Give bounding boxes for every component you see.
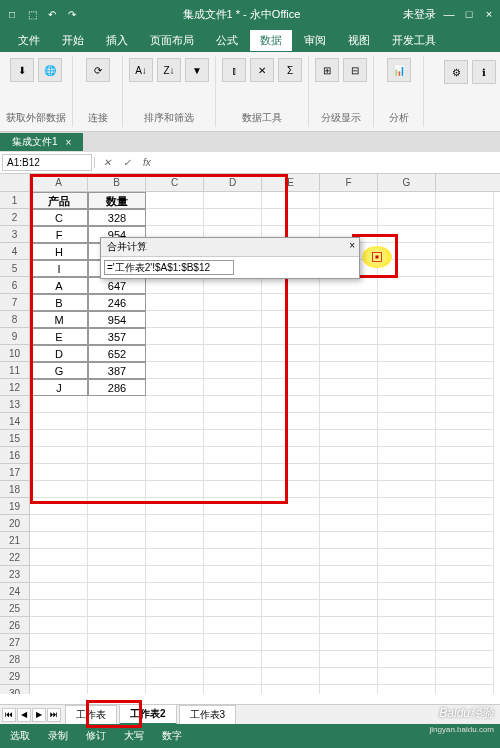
cell[interactable] bbox=[146, 396, 204, 413]
text-to-columns-button[interactable]: ⫿ bbox=[222, 58, 246, 82]
cell[interactable] bbox=[436, 515, 494, 532]
cell[interactable] bbox=[146, 447, 204, 464]
sort-desc-button[interactable]: Z↓ bbox=[157, 58, 181, 82]
cell[interactable] bbox=[378, 532, 436, 549]
cell[interactable] bbox=[146, 600, 204, 617]
cell[interactable] bbox=[320, 617, 378, 634]
cell[interactable] bbox=[320, 430, 378, 447]
cell[interactable] bbox=[378, 549, 436, 566]
cell[interactable]: M bbox=[30, 311, 88, 328]
cell[interactable] bbox=[320, 481, 378, 498]
cell[interactable] bbox=[320, 651, 378, 668]
cell[interactable] bbox=[262, 634, 320, 651]
cell[interactable] bbox=[262, 430, 320, 447]
cell[interactable]: G bbox=[30, 362, 88, 379]
tab-review[interactable]: 审阅 bbox=[294, 30, 336, 51]
sort-asc-button[interactable]: A↓ bbox=[129, 58, 153, 82]
cell[interactable] bbox=[146, 464, 204, 481]
cell[interactable] bbox=[146, 192, 204, 209]
cell[interactable] bbox=[436, 481, 494, 498]
cell[interactable] bbox=[436, 311, 494, 328]
cell[interactable] bbox=[378, 430, 436, 447]
cell[interactable] bbox=[436, 617, 494, 634]
cell[interactable] bbox=[204, 515, 262, 532]
refresh-all-button[interactable]: ⟳ bbox=[86, 58, 110, 82]
cell[interactable] bbox=[146, 345, 204, 362]
cell[interactable] bbox=[30, 498, 88, 515]
cell[interactable] bbox=[436, 498, 494, 515]
sheet-tab[interactable]: 工作表 bbox=[65, 705, 117, 725]
cell[interactable] bbox=[88, 464, 146, 481]
cell[interactable] bbox=[436, 651, 494, 668]
cell[interactable]: D bbox=[30, 345, 88, 362]
cell[interactable]: 357 bbox=[88, 328, 146, 345]
cell[interactable] bbox=[146, 328, 204, 345]
row-header[interactable]: 15 bbox=[0, 430, 30, 447]
close-tab-icon[interactable]: × bbox=[66, 137, 72, 148]
row-header[interactable]: 29 bbox=[0, 668, 30, 685]
cell[interactable] bbox=[146, 311, 204, 328]
cell[interactable] bbox=[146, 209, 204, 226]
cell[interactable]: 246 bbox=[88, 294, 146, 311]
cell[interactable] bbox=[88, 532, 146, 549]
cell[interactable] bbox=[88, 481, 146, 498]
cell[interactable] bbox=[320, 362, 378, 379]
cell[interactable] bbox=[88, 498, 146, 515]
cell[interactable] bbox=[146, 668, 204, 685]
cell[interactable] bbox=[436, 362, 494, 379]
tab-dev[interactable]: 开发工具 bbox=[382, 30, 446, 51]
cell[interactable] bbox=[320, 396, 378, 413]
cell[interactable] bbox=[436, 549, 494, 566]
cell[interactable] bbox=[30, 600, 88, 617]
cell[interactable] bbox=[320, 277, 378, 294]
cell[interactable] bbox=[204, 192, 262, 209]
cell[interactable] bbox=[436, 226, 494, 243]
cell[interactable] bbox=[204, 311, 262, 328]
cell[interactable] bbox=[146, 362, 204, 379]
cell[interactable] bbox=[204, 396, 262, 413]
cell[interactable] bbox=[146, 430, 204, 447]
spreadsheet-grid[interactable]: A B C D E F G 1产品数量2C3283F9544H65I56A647… bbox=[0, 174, 500, 694]
cell[interactable] bbox=[378, 464, 436, 481]
cell[interactable] bbox=[204, 617, 262, 634]
cell[interactable] bbox=[320, 549, 378, 566]
cell[interactable] bbox=[378, 685, 436, 694]
cell[interactable] bbox=[378, 583, 436, 600]
cell[interactable] bbox=[204, 566, 262, 583]
cell[interactable] bbox=[320, 192, 378, 209]
cell[interactable]: 286 bbox=[88, 379, 146, 396]
cell[interactable] bbox=[262, 481, 320, 498]
cell[interactable] bbox=[436, 634, 494, 651]
cell[interactable] bbox=[30, 583, 88, 600]
close-icon[interactable]: × bbox=[482, 7, 496, 21]
cell[interactable] bbox=[204, 532, 262, 549]
cell[interactable] bbox=[436, 277, 494, 294]
row-header[interactable]: 24 bbox=[0, 583, 30, 600]
cell[interactable] bbox=[378, 379, 436, 396]
cell[interactable] bbox=[378, 294, 436, 311]
qat-redo-icon[interactable]: ↷ bbox=[64, 6, 80, 22]
row-header[interactable]: 9 bbox=[0, 328, 30, 345]
sheet-tab[interactable]: 工作表3 bbox=[179, 705, 237, 725]
row-header[interactable]: 26 bbox=[0, 617, 30, 634]
import-data-button[interactable]: ⬇ bbox=[10, 58, 34, 82]
cell[interactable] bbox=[204, 464, 262, 481]
cell[interactable] bbox=[262, 600, 320, 617]
ribbon-collapse-icon[interactable]: ℹ bbox=[472, 60, 496, 84]
cell[interactable] bbox=[320, 566, 378, 583]
status-revision[interactable]: 修订 bbox=[82, 729, 110, 743]
cell[interactable] bbox=[436, 192, 494, 209]
qat-undo-icon[interactable]: ↶ bbox=[44, 6, 60, 22]
cell[interactable] bbox=[378, 634, 436, 651]
cell[interactable] bbox=[88, 515, 146, 532]
cell[interactable] bbox=[30, 413, 88, 430]
cell[interactable] bbox=[378, 617, 436, 634]
cell[interactable] bbox=[146, 498, 204, 515]
cell[interactable] bbox=[320, 583, 378, 600]
ribbon-options-icon[interactable]: ⚙ bbox=[444, 60, 468, 84]
row-header[interactable]: 25 bbox=[0, 600, 30, 617]
cell[interactable] bbox=[320, 515, 378, 532]
cell[interactable] bbox=[204, 685, 262, 694]
cell[interactable] bbox=[146, 277, 204, 294]
tab-formula[interactable]: 公式 bbox=[206, 30, 248, 51]
